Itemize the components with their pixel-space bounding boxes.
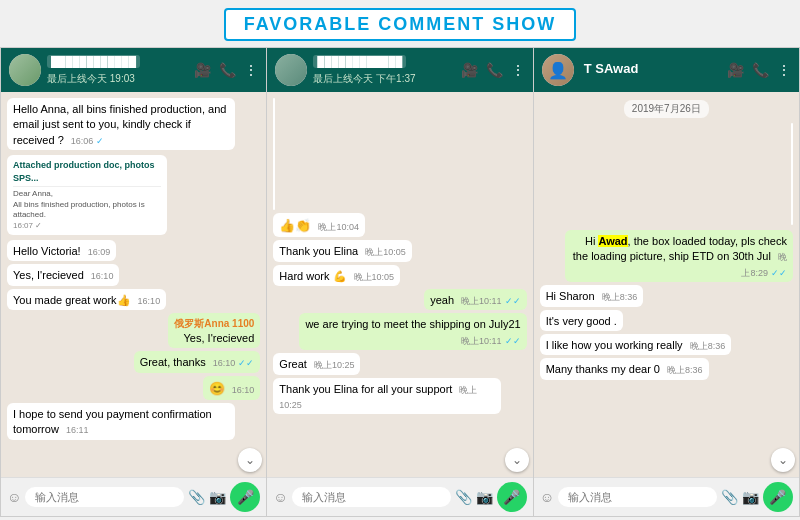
- avatar-2: [275, 54, 307, 86]
- video-icon-2[interactable]: 🎥: [461, 62, 478, 78]
- message-time: 晚上8:36: [690, 341, 726, 351]
- message-bubble: Thank you Elina for all your support 晚上1…: [273, 378, 501, 415]
- message-time: 晚上10:25: [314, 360, 355, 370]
- emoji-icon-2[interactable]: ☺: [273, 489, 287, 505]
- emoji: 👍👏: [279, 218, 311, 233]
- header-info-1: ████████████ 最后上线今天 19:03: [47, 54, 188, 86]
- attach-icon-3[interactable]: 📎: [721, 489, 738, 505]
- mic-button-1[interactable]: 🎤: [230, 482, 260, 512]
- chat-body-3: 2019年7月26日 晚上8:29 晚上8:29 晚上8:29: [534, 92, 799, 477]
- date-badge: 2019年7月26日: [624, 100, 709, 118]
- message-text: Great, thanks: [140, 356, 206, 368]
- message-tick: ✓✓: [505, 336, 521, 346]
- list-item: Yes, I'recieved 16:10: [7, 264, 119, 285]
- list-item: You made great work👍 16:10: [7, 289, 166, 310]
- header-name-2: ████████████: [313, 55, 406, 68]
- header-name-1: ████████████: [47, 55, 140, 68]
- mic-button-3[interactable]: 🎤: [763, 482, 793, 512]
- message-time: 晚上10:05: [365, 247, 406, 257]
- camera-icon-3[interactable]: 📷: [742, 489, 759, 505]
- video-icon-1[interactable]: 🎥: [194, 62, 211, 78]
- header-icons-2[interactable]: 🎥 📞 ⋮: [461, 62, 525, 78]
- search-input[interactable]: [558, 487, 717, 507]
- message-bubble: Hard work 💪 晚上10:05: [273, 265, 400, 286]
- message-text: Hello Anna, all bins finished production…: [13, 103, 226, 146]
- message-tick: ✓✓: [771, 268, 787, 278]
- message-text: It's very good .: [546, 315, 617, 327]
- message-time: 晚上10:11: [461, 336, 502, 346]
- scroll-down-button[interactable]: ⌄: [505, 448, 529, 472]
- mic-button-2[interactable]: 🎤: [497, 482, 527, 512]
- avatar-1: [9, 54, 41, 86]
- message-time: 16:10: [138, 296, 161, 306]
- list-item: Hi Sharon 晚上8:36: [540, 285, 644, 306]
- message-bubble: 俄罗斯Anna 1100 Yes, I'recieved: [168, 313, 260, 348]
- message-bubble: yeah 晚上10:11 ✓✓: [424, 289, 527, 310]
- phone-icon-3[interactable]: 📞: [752, 62, 769, 78]
- chat-input-bar-2: ☺ 📎 📷 🎤: [267, 477, 532, 516]
- message-bubble: Thank you Elina 晚上10:05: [273, 240, 411, 261]
- attach-icon-1[interactable]: 📎: [188, 489, 205, 505]
- message-bubble: I hope to send you payment confirmation …: [7, 403, 235, 440]
- scroll-down-button[interactable]: ⌄: [771, 448, 795, 472]
- header-banner: FAVORABLE COMMENT SHOW: [0, 0, 800, 47]
- message-text: I like how you working really: [546, 339, 683, 351]
- menu-icon-1[interactable]: ⋮: [244, 62, 258, 78]
- sender-name: 俄罗斯Anna 1100: [174, 317, 254, 331]
- list-item: Thank you Elina 晚上10:05: [273, 240, 411, 261]
- menu-icon-2[interactable]: ⋮: [511, 62, 525, 78]
- list-item: Great 晚上10:25: [273, 353, 360, 374]
- emoji-icon-3[interactable]: ☺: [540, 489, 554, 505]
- highlighted-name: Awad: [598, 235, 627, 247]
- message-tick: ✓✓: [505, 296, 521, 306]
- list-item: Thank you Elina for all your support 晚上1…: [273, 378, 501, 415]
- message-text: Hello Victoria!: [13, 245, 81, 257]
- list-item: I hope to send you payment confirmation …: [7, 403, 235, 440]
- message-time: 晚上10:11: [461, 296, 502, 306]
- list-item: It's very good .: [540, 310, 623, 331]
- message-tick: ✓: [96, 136, 104, 146]
- phone-icon-1[interactable]: 📞: [219, 62, 236, 78]
- message-bubble: I like how you working really 晚上8:36: [540, 334, 732, 355]
- avatar-3: 👤: [542, 54, 574, 86]
- camera-icon-1[interactable]: 📷: [209, 489, 226, 505]
- message-time: 晚上10:04: [318, 222, 359, 232]
- header-info-2: ████████████ 最后上线今天 下午1:37: [313, 54, 454, 86]
- list-item: we are trying to meet the shipping on Ju…: [299, 313, 527, 350]
- chat-header-1: ████████████ 最后上线今天 19:03 🎥 📞 ⋮: [1, 48, 266, 92]
- list-item: I like how you working really 晚上8:36: [540, 334, 732, 355]
- message-bubble: Many thanks my dear 0 晚上8:36: [540, 358, 709, 379]
- message-bubble: Hi Awad, the box loaded today, pls check…: [565, 230, 793, 282]
- message-time: 16:09: [88, 247, 111, 257]
- header-icons-1[interactable]: 🎥 📞 ⋮: [194, 62, 258, 78]
- menu-icon-3[interactable]: ⋮: [777, 62, 791, 78]
- list-item: Attached production doc, photos SPS... D…: [7, 153, 167, 237]
- emoji: 😊: [209, 381, 225, 396]
- message-bubble: Hi Sharon 晚上8:36: [540, 285, 644, 306]
- header-icons-3[interactable]: 🎥 📞 ⋮: [727, 62, 791, 78]
- image-grid: 晚上9:44 晚上9:44 晚上9:44 +6: [273, 98, 275, 210]
- emoji-icon-1[interactable]: ☺: [7, 489, 21, 505]
- video-icon-3[interactable]: 🎥: [727, 62, 744, 78]
- message-bubble: Hello Victoria! 16:09: [7, 240, 116, 261]
- message-time: 16:10: [213, 358, 236, 368]
- search-input[interactable]: [25, 487, 184, 507]
- message-time: 晚上8:36: [667, 365, 703, 375]
- list-item: Hello Anna, all bins finished production…: [7, 98, 235, 150]
- message-text: Yes, I'recieved: [184, 332, 255, 344]
- list-item: 晚上9:44 晚上9:44 晚上9:44 +6: [273, 98, 275, 210]
- message-text: I hope to send you payment confirmation …: [13, 408, 212, 435]
- search-input[interactable]: [292, 487, 451, 507]
- chat-panel-2: ████████████ 最后上线今天 下午1:37 🎥 📞 ⋮ 晚上9:44: [267, 48, 533, 516]
- phone-icon-2[interactable]: 📞: [486, 62, 503, 78]
- camera-icon-2[interactable]: 📷: [476, 489, 493, 505]
- message-time: 16:06: [71, 136, 94, 146]
- chat-input-bar-3: ☺ 📎 📷 🎤: [534, 477, 799, 516]
- message-time: 晚上8:36: [602, 292, 638, 302]
- list-item: 俄罗斯Anna 1100 Yes, I'recieved: [168, 313, 260, 348]
- header-info-3: T SAwad: [580, 60, 721, 81]
- list-item: 😊 16:10: [203, 376, 261, 400]
- attach-icon-2[interactable]: 📎: [455, 489, 472, 505]
- doc-header: Attached production doc, photos SPS...: [13, 159, 161, 187]
- message-text: Great: [279, 358, 307, 370]
